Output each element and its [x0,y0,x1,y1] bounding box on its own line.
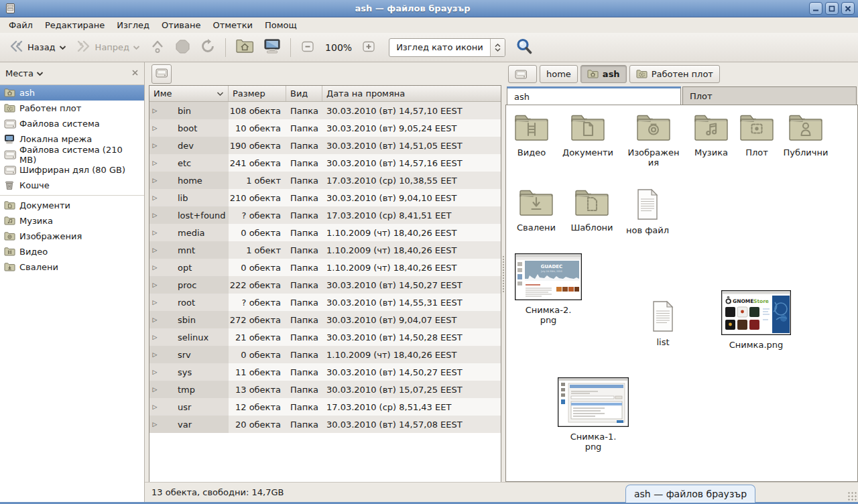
expander-icon[interactable] [151,247,159,253]
back-button[interactable]: Назад [4,37,70,58]
sidebar-item[interactable]: Музика [0,213,144,229]
table-row[interactable]: tmp 13 обекта Папка 30.03.2010 (вт) 15,0… [149,381,501,398]
sidebar-item[interactable]: Файлова система [0,116,144,131]
menu-item[interactable]: Помощ [259,19,303,32]
expander-icon[interactable] [151,107,159,114]
file-icon-item[interactable]: Свалени [509,188,563,233]
file-icon-item[interactable]: Музика [686,113,736,158]
icon-view[interactable]: Видео Документи Изображения Музика [505,105,858,482]
up-button[interactable] [145,36,170,59]
file-icon-item[interactable]: нов файл [621,188,674,235]
file-icon-item[interactable]: Плот [737,113,777,158]
expander-icon[interactable] [151,281,159,288]
menu-item[interactable]: Редактиране [39,19,111,32]
sidebar-close-button[interactable] [131,68,139,78]
sidebar-item[interactable]: Видео [0,244,144,259]
file-icon-item[interactable]: GNOMEStore Снимка.png [719,290,793,350]
root-drive-button[interactable] [151,64,172,84]
table-row[interactable]: var 20 обекта Папка 30.03.2010 (вт) 14,5… [149,416,501,433]
sidebar-item[interactable]: ash [0,85,144,101]
expander-icon[interactable] [151,177,159,184]
tab[interactable]: Плот [682,86,857,105]
expander-icon[interactable] [151,229,159,236]
table-row[interactable]: selinux 21 обекта Папка 30.03.2010 (вт) … [149,328,501,346]
file-icon-item[interactable]: Видео [507,113,556,158]
breadcrumb-button[interactable]: home [540,65,578,83]
sidebar-item[interactable]: Изображения [0,229,144,244]
titlebar[interactable]: ash — файлов браузър [0,0,858,17]
expander-icon[interactable] [151,334,159,340]
menu-item[interactable]: Изглед [111,19,156,32]
column-header[interactable]: Размер [229,86,286,101]
expander-icon[interactable] [151,299,159,306]
column-header[interactable]: Име [149,86,229,101]
table-row[interactable]: boot 10 обекта Папка 30.03.2010 (вт) 9,0… [149,119,501,137]
sidebar-item[interactable]: Работен плот [0,101,144,116]
stop-button[interactable] [171,36,194,59]
column-header[interactable]: Дата на промяна [322,86,501,101]
expander-icon[interactable] [151,125,159,131]
file-icon-item[interactable]: list [641,300,684,347]
expander-icon[interactable] [151,316,159,323]
table-row[interactable]: etc 241 обекта Папка 30.03.2010 (вт) 14,… [149,154,501,172]
sidebar-item[interactable]: Шифриран дял (80 GB) [0,162,144,178]
zoom-out-button[interactable] [296,36,320,59]
expander-icon[interactable] [151,386,159,393]
sidebar-item[interactable]: Кошче [0,178,144,193]
file-icon-item[interactable]: Документи [556,113,620,158]
table-row[interactable]: lib 210 обекта Папка 30.03.2010 (вт) 9,0… [149,189,501,206]
view-mode-combo[interactable]: Изглед като икони [389,38,505,57]
home-button[interactable] [231,36,258,59]
expander-icon[interactable] [151,369,159,375]
table-row[interactable]: opt 0 обекта Папка 1.10.2009 (чт) 18,40,… [149,259,501,276]
expander-icon[interactable] [151,403,159,410]
expander-icon[interactable] [151,212,159,218]
column-header[interactable]: Вид [286,86,322,101]
table-row[interactable]: proc 222 обекта Папка 30.03.2010 (вт) 14… [149,276,501,294]
menu-item[interactable]: Отиване [156,19,206,32]
table-row[interactable]: sbin 272 обекта Папка 30.03.2010 (вт) 9,… [149,311,501,328]
sidebar-item[interactable]: Документи [0,198,144,213]
reload-button[interactable] [196,36,220,59]
table-row[interactable]: lost+found ? обекта Папка 17.03.2010 (ср… [149,206,501,224]
file-icon-item[interactable]: Изображения [625,113,682,168]
file-icon-item[interactable]: Шаблони [565,188,619,233]
menu-item[interactable]: Отметки [206,19,258,32]
computer-button[interactable] [259,36,285,59]
breadcrumb-button[interactable]: Работен плот [629,65,720,83]
table-row[interactable]: dev 190 обекта Папка 30.03.2010 (вт) 14,… [149,137,501,154]
expander-icon[interactable] [151,194,159,201]
file-icon-item[interactable]: Снимка-1.png [558,377,629,452]
expander-icon[interactable] [151,351,159,358]
forward-button[interactable]: Напред [72,37,144,58]
table-row[interactable]: srv 0 обекта Папка 1.10.2009 (чт) 18,40,… [149,346,501,363]
chevron-down-icon[interactable] [133,42,140,52]
expander-icon[interactable] [151,160,159,166]
sidebar-item[interactable]: Свалени [0,259,144,275]
combo-spinner-icon[interactable] [490,39,505,56]
search-button[interactable] [513,36,535,59]
pane-splitter[interactable] [145,62,149,482]
chevron-down-icon[interactable] [59,42,66,52]
breadcrumb-button[interactable]: ash [580,65,627,83]
table-row[interactable]: root ? обекта Папка 30.03.2010 (вт) 14,5… [149,294,501,311]
table-row[interactable]: sys 11 обекта Папка 30.03.2010 (вт) 14,5… [149,363,501,381]
file-icon-item[interactable]: GUADECJuly 24-30th, 2010 Снимка-2.png [515,253,582,325]
table-row[interactable]: usr 12 обекта Папка 17.03.2010 (ср) 8,51… [149,398,501,416]
table-row[interactable]: mnt 1 обект Папка 1.10.2009 (чт) 18,40,2… [149,241,501,259]
menu-item[interactable]: Файл [3,19,39,32]
table-row[interactable]: media 0 обекта Папка 1.10.2009 (чт) 18,4… [149,224,501,241]
minimize-button[interactable] [809,2,822,15]
tab[interactable]: ash [507,86,681,105]
splitter-grip[interactable] [502,255,505,293]
expander-icon[interactable] [151,264,159,271]
maximize-button[interactable] [825,2,839,15]
expander-icon[interactable] [151,142,159,149]
file-icon-item[interactable]: Публични [774,113,838,158]
sidebar-mode-selector[interactable]: Места [5,68,44,78]
close-button[interactable] [841,2,855,15]
breadcrumb-button[interactable] [508,65,537,83]
table-row[interactable]: bin 108 обекта Папка 30.03.2010 (вт) 14,… [149,102,501,119]
zoom-in-button[interactable] [357,36,381,59]
resize-grip[interactable] [847,491,857,501]
